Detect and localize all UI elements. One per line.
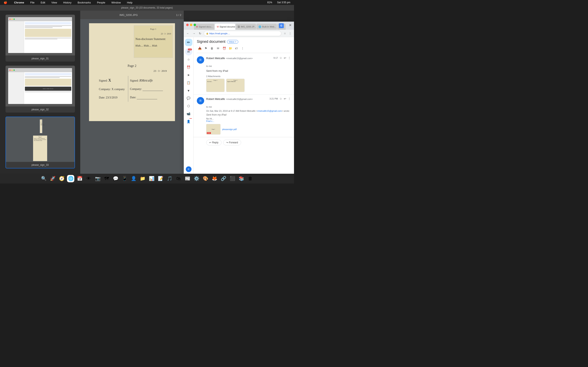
star-reply-btn[interactable]: ☆ xyxy=(279,97,282,100)
apple-menu[interactable]: 🍎 xyxy=(2,0,8,4)
reply-reply-btn[interactable]: ↩ xyxy=(284,97,286,100)
menu-file[interactable]: File xyxy=(29,1,36,4)
label-button[interactable]: 🏷 xyxy=(233,45,239,51)
meet-icon-btn[interactable]: 📹 xyxy=(185,110,192,117)
reply-email-link[interactable]: rmetcalfe15@gmail.com xyxy=(258,110,282,112)
dock-ebook[interactable]: 📚 xyxy=(238,175,245,182)
menu-bookmarks[interactable]: Bookmarks xyxy=(76,1,92,4)
dock-numbers[interactable]: 📊 xyxy=(148,175,155,182)
thumb-browser-31 xyxy=(8,17,72,53)
snoozed-icon-btn[interactable]: ⏰ xyxy=(185,64,192,71)
reply-quoted-body: Sent from my iPad xyxy=(197,113,291,117)
more-actions-button[interactable]: ⋮ xyxy=(240,45,245,51)
spam-button[interactable]: ⚑ xyxy=(203,45,209,51)
dock-calendar[interactable]: 📅 xyxy=(76,175,83,182)
page2-date: 23 · 3 · 2019 xyxy=(97,69,167,73)
dock-preview[interactable]: 👁 xyxy=(85,175,92,182)
thumbnail-please-sign-32[interactable]: Built-In Web Server please_sign_32 xyxy=(6,66,75,113)
tab-img-0200[interactable]: 🖼 IMG_0200.JP... ✕ xyxy=(236,24,256,30)
dock-safari[interactable]: 🧭 xyxy=(58,175,65,182)
inbox-icon-btn[interactable]: ✉ 1200 xyxy=(185,48,192,55)
tab-gmail-signed-doc-active[interactable]: M Signed document ✕ xyxy=(215,24,235,30)
find-link-text[interactable]: Find c... xyxy=(197,120,291,122)
email-header-1: R Robert Metcalfe <rmetcalfe15@gmail.com… xyxy=(197,56,291,64)
minimize-window-button[interactable] xyxy=(190,24,192,26)
thumbnail-please-sign-31[interactable]: please_sign_31 xyxy=(6,15,75,62)
sender-name-1: Robert Metcalfe xyxy=(206,57,225,60)
dock-illustrator[interactable]: 🎨 xyxy=(202,175,209,182)
dock-contacts[interactable]: 👤 xyxy=(130,175,137,182)
reply-att-thumb[interactable]: Page 2 PDF xyxy=(206,124,221,134)
tab-close-icon[interactable]: ✕ xyxy=(214,26,214,28)
user-avatar[interactable]: R xyxy=(186,166,191,172)
dock-docs[interactable]: 📝 xyxy=(157,175,164,182)
more-nav-btn[interactable]: ⋮ xyxy=(288,31,292,36)
mark-read-button[interactable]: ✉ xyxy=(215,45,221,51)
menu-people[interactable]: People xyxy=(96,1,106,4)
dock-chrome[interactable]: 🌐 xyxy=(67,175,74,182)
thumbnail-label-32: please_sign_32 xyxy=(6,106,75,113)
thumbnail-please-sign-33[interactable]: Page 1 Non-discl... Blah...Blah Page 2 S… xyxy=(6,117,75,168)
dock-finder[interactable]: 🔍 xyxy=(40,175,47,182)
tab-gmail-signed-doc-inactive[interactable]: M Signed docu... ✕ xyxy=(194,24,214,30)
reply-email-btn[interactable]: ↩ xyxy=(284,56,286,59)
reply-button[interactable]: ↩ Reply xyxy=(206,140,222,145)
dock-photos[interactable]: 📷 xyxy=(94,175,101,182)
menu-edit[interactable]: Edit xyxy=(39,1,46,4)
sender-name-2: Robert Metcalfe xyxy=(206,98,225,100)
more-labels-btn[interactable]: ▼ xyxy=(185,87,192,94)
address-bar[interactable]: 🔒 https://mail.google.... xyxy=(204,31,281,36)
archive-button[interactable]: 📥 xyxy=(197,45,203,51)
dock-finder2[interactable]: 📁 xyxy=(139,175,146,182)
bookmark-star-btn[interactable]: ☆ xyxy=(283,31,287,36)
close-window-x[interactable]: ✕ xyxy=(289,23,292,27)
more-reply-btn[interactable]: ⋮ xyxy=(288,97,291,100)
dock-terminal[interactable]: ⬛ xyxy=(229,175,236,182)
attachment-thumb-1[interactable]: Page 1 Non-discl... xyxy=(206,79,225,92)
forward-button[interactable]: ↪ Forward xyxy=(223,140,241,145)
nav-back-button[interactable]: ← xyxy=(185,31,190,36)
dock-launchpad[interactable]: 🚀 xyxy=(49,175,56,182)
drafts-icon-btn[interactable]: 📋 xyxy=(185,79,192,86)
app-name[interactable]: Chrome xyxy=(13,1,25,4)
close-window-button[interactable] xyxy=(186,24,189,26)
more-email-btn[interactable]: ⋮ xyxy=(288,56,291,59)
menu-help[interactable]: Help xyxy=(126,1,134,4)
gmail-sidebar: ✏ ✉ 1200 ☆ ⏰ ➤ 📋 ▼ 💬 ⬡ 📹 👤 R xyxy=(184,37,194,174)
compose-button[interactable]: ✏ xyxy=(185,39,192,46)
dock-filezilla[interactable]: 🔗 xyxy=(220,175,227,182)
sent-icon-btn[interactable]: ➤ xyxy=(185,71,192,79)
menu-window[interactable]: Window xyxy=(110,1,122,4)
move-to-button[interactable]: 📁 xyxy=(227,45,233,51)
starred-icon-btn[interactable]: ☆ xyxy=(185,56,192,63)
inbox-chip[interactable]: Inbox × xyxy=(227,40,238,44)
dock-system-prefs[interactable]: ⚙️ xyxy=(193,175,200,182)
date-label-1: Date: xyxy=(99,96,105,99)
nav-refresh-button[interactable]: ↻ xyxy=(198,31,203,36)
dock-firefox[interactable]: 🦊 xyxy=(211,175,218,182)
attachments-row: Page 1 Non-discl... Page 2 Signed: RMetc… xyxy=(206,79,291,92)
dock-news[interactable]: 📰 xyxy=(184,175,191,182)
chat-icon-btn[interactable]: 💬 xyxy=(185,95,192,102)
dock-facetime[interactable]: 📱 xyxy=(121,175,128,182)
maximize-window-button[interactable] xyxy=(194,24,196,26)
sender-info-1: Robert Metcalfe <rmetcalfe15@gmail.com> xyxy=(206,56,272,60)
attachment-thumb-2[interactable]: Page 2 Signed: RMetcalfe xyxy=(226,79,245,92)
delete-button[interactable]: 🗑 xyxy=(209,45,215,51)
dock-messages[interactable]: 💬 xyxy=(112,175,119,182)
dock-music[interactable]: 🎵 xyxy=(166,175,173,182)
google-signin-btn[interactable]: G xyxy=(279,23,284,28)
nav-forward-button[interactable]: → xyxy=(191,31,196,36)
snooze-button[interactable]: ⏰ xyxy=(221,45,227,51)
star-email-btn[interactable]: ☆ xyxy=(279,56,282,59)
contacts-icon-btn[interactable]: 👤 xyxy=(185,118,192,125)
dock-trash[interactable]: 🗑 xyxy=(247,175,254,182)
dock-maps[interactable]: 🗺 xyxy=(103,175,110,182)
pdf-badge: PDF xyxy=(207,132,211,134)
tab-built-in-web[interactable]: 🌐 Built-In Web... ✕ xyxy=(256,24,277,30)
spaces-icon-btn[interactable]: ⬡ xyxy=(185,102,192,110)
menu-view[interactable]: View xyxy=(50,1,58,4)
dock-appstore[interactable]: 🛍 xyxy=(175,175,182,182)
date-val-1: 23/3/2019 xyxy=(106,96,117,99)
menu-history[interactable]: History xyxy=(62,1,72,4)
